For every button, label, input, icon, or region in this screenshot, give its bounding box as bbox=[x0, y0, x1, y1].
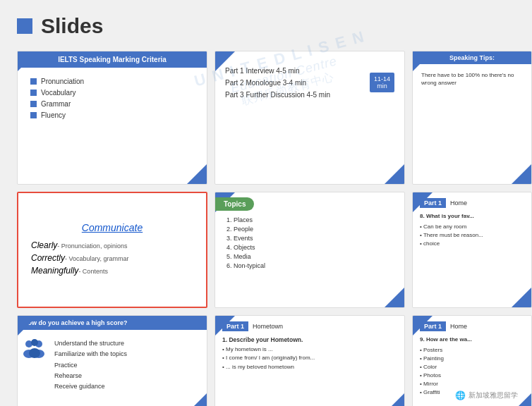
hometown-bullet-1: • My hometown is ... bbox=[222, 345, 397, 355]
home1-bullet-2: • There must be reason... bbox=[420, 231, 524, 240]
tips-header: Speaking Tips: bbox=[413, 51, 531, 64]
parts-card: Part 1 Interview 4-5 min Part 2 Monologu… bbox=[214, 51, 405, 185]
communicate-card: Communicate Clearly- Pronunciation, opin… bbox=[17, 192, 207, 308]
list-item: Receive guidance bbox=[54, 381, 127, 392]
home2-bullet-4: • Photos bbox=[420, 371, 524, 380]
list-item: 2. People bbox=[226, 226, 393, 233]
hometown-part-badge: Part 1 bbox=[222, 321, 248, 331]
home2-header: Part 1 Home bbox=[420, 321, 524, 331]
communicate-item-1: Clearly- Pronunciation, opinions bbox=[31, 240, 127, 250]
home1-card: Part 1 Home 8. What is your fav... • Can… bbox=[412, 192, 532, 308]
list-item: Rehearse bbox=[54, 371, 127, 381]
hometown-body: 1. Describe your Hometown. • My hometown… bbox=[222, 336, 397, 372]
list-item: Understand the structure bbox=[54, 338, 127, 349]
svg-point-4 bbox=[31, 339, 38, 346]
communicate-inner: Communicate Clearly- Pronunciation, opin… bbox=[25, 200, 199, 300]
home2-part-title: Home bbox=[450, 323, 467, 330]
bottom-watermark: 🌐 新加坡雅思留学 bbox=[455, 390, 518, 400]
title-icon bbox=[17, 18, 32, 34]
topics-card: Topics 1. Places 2. People 3. Events 4. … bbox=[214, 192, 405, 308]
home1-header: Part 1 Home bbox=[420, 198, 524, 208]
list-item: Grammar bbox=[30, 100, 194, 108]
home1-question: 8. What is your fav... bbox=[420, 212, 524, 221]
home1-part-title: Home bbox=[450, 199, 467, 207]
home2-body: 9. How are the wa... • Posters • Paintin… bbox=[420, 336, 524, 397]
communicate-item-3: Meaningfully- Contents bbox=[31, 266, 108, 276]
home1-bullet-1: • Can be any room bbox=[420, 223, 524, 231]
list-item: 1. Places bbox=[226, 216, 393, 223]
list-item: Pronunciation bbox=[30, 78, 194, 85]
time-box: 11-14 min bbox=[370, 73, 394, 92]
hometown-card: Part 1 Hometown 1. Describe your Hometow… bbox=[214, 315, 405, 406]
home2-bullet-1: • Posters bbox=[420, 346, 524, 355]
communicate-title: Communicate bbox=[82, 222, 143, 233]
slides-grid: IELTS Speaking Marking Criteria Pronunci… bbox=[17, 51, 515, 308]
achieve-header: How do you achieve a high score? bbox=[18, 316, 207, 330]
list-item: 6. Non-typical bbox=[226, 262, 393, 269]
home2-bullet-5: • Mirror bbox=[420, 380, 524, 388]
list-item: 3. Events bbox=[226, 235, 393, 242]
hometown-question: 1. Describe your Hometown. bbox=[222, 336, 397, 345]
page-title: Slides bbox=[41, 14, 103, 38]
page-container: Slides IELTS Speaking Marking Criteria P… bbox=[0, 0, 532, 406]
tips-body: There have to be 100% no there's no wron… bbox=[420, 70, 524, 88]
communicate-item-2: Correctly- Vocabulary, grammar bbox=[31, 253, 128, 263]
home1-bullet-3: • choice bbox=[420, 240, 524, 248]
bullet-icon bbox=[30, 78, 37, 85]
hometown-title: Hometown bbox=[253, 323, 283, 330]
home2-question: 9. How are the wa... bbox=[420, 336, 524, 344]
row2-grid: How do you achieve a high score? Underst… bbox=[17, 315, 515, 406]
home2-bullet-3: • Color bbox=[420, 363, 524, 371]
home2-bullet-2: • Painting bbox=[420, 355, 524, 363]
hometown-bullet-3: • ... is my beloved hometown bbox=[222, 363, 397, 372]
hometown-bullet-2: • I come from/ I am (originally) from... bbox=[222, 354, 397, 363]
list-item: 5. Media bbox=[226, 253, 393, 260]
people-icon bbox=[20, 338, 49, 369]
list-item: Practice bbox=[54, 360, 127, 371]
topics-list: 1. Places 2. People 3. Events 4. Objects… bbox=[222, 215, 397, 273]
hometown-header: Part 1 Hometown bbox=[222, 321, 397, 331]
criteria-list: Pronunciation Vocabulary Grammar Fluency bbox=[25, 75, 200, 125]
part-row-3: Part 3 Further Discussion 4-5 min bbox=[225, 91, 394, 99]
list-item: 4. Objects bbox=[226, 244, 393, 251]
criteria-card: IELTS Speaking Marking Criteria Pronunci… bbox=[17, 51, 207, 185]
title-row: Slides bbox=[17, 14, 515, 38]
achieve-list: Understand the structure Familiarize wit… bbox=[54, 338, 127, 392]
svg-point-5 bbox=[29, 348, 40, 358]
tips-card: Speaking Tips: There have to be 100% no … bbox=[412, 51, 532, 185]
list-item: Familiarize with the topics bbox=[54, 349, 127, 359]
achieve-content: Understand the structure Familiarize wit… bbox=[18, 336, 207, 395]
home1-part-label: Part 1 bbox=[420, 198, 446, 208]
home2-part-label: Part 1 bbox=[420, 321, 446, 331]
home1-body: 8. What is your fav... • Can be any room… bbox=[420, 212, 524, 248]
bullet-icon bbox=[30, 101, 37, 107]
achieve-card: How do you achieve a high score? Underst… bbox=[17, 315, 207, 406]
bullet-icon bbox=[30, 90, 37, 96]
topics-header: Topics bbox=[215, 197, 254, 211]
bottom-watermark-text: 新加坡雅思留学 bbox=[468, 390, 518, 400]
bullet-icon bbox=[30, 112, 37, 118]
list-item: Vocabulary bbox=[30, 89, 194, 97]
list-item: Fluency bbox=[30, 111, 194, 119]
criteria-header: IELTS Speaking Marking Criteria bbox=[18, 51, 207, 68]
